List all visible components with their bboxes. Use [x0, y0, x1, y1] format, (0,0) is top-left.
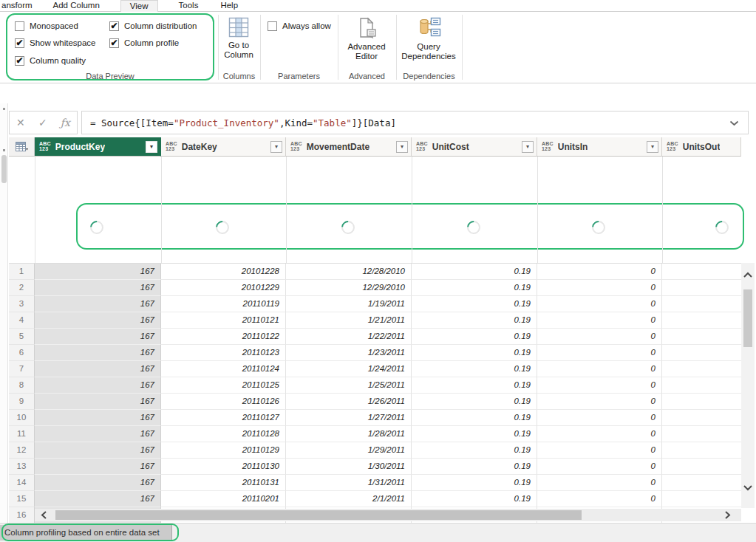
horizontal-scroll-thumb[interactable] [55, 510, 582, 520]
cell-movementdate[interactable]: 1/26/2011 [286, 394, 412, 410]
cell-unitsin[interactable]: 0 [537, 459, 662, 475]
cell-unitsin[interactable]: 0 [537, 296, 662, 312]
tab-tools[interactable]: Tools [177, 0, 200, 12]
cell-unitsin[interactable]: 0 [537, 426, 662, 442]
row-number[interactable]: 13 [9, 459, 35, 475]
cell-unitsin[interactable]: 0 [537, 491, 662, 507]
cell-unitcost[interactable]: 0.19 [412, 442, 537, 459]
cell-productkey[interactable]: 167 [35, 345, 161, 361]
cell-unitsin[interactable]: 0 [537, 377, 662, 394]
cell-movementdate[interactable]: 1/19/2011 [286, 296, 412, 312]
cell-movementdate[interactable]: 1/25/2011 [286, 377, 412, 394]
cell-unitcost[interactable]: 0.19 [412, 491, 537, 507]
column-header-unitsout[interactable]: ABC123UnitsOut [662, 137, 741, 157]
cell-unitsin[interactable]: 0 [537, 410, 662, 426]
cell-datekey[interactable]: 20110124 [161, 361, 286, 377]
cell-unitsout[interactable] [662, 361, 741, 377]
cell-productkey[interactable]: 167 [35, 329, 161, 345]
cell-movementdate[interactable]: 1/31/2011 [286, 475, 412, 491]
cell-unitsin[interactable]: 0 [537, 345, 662, 361]
advanced-editor-button[interactable]: Advanced Editor [342, 17, 391, 61]
scroll-right-icon[interactable] [724, 510, 731, 520]
row-number[interactable]: 10 [9, 410, 35, 426]
cell-datekey[interactable]: 20110121 [161, 312, 286, 329]
commit-icon[interactable]: ✓ [38, 117, 47, 128]
cell-unitcost[interactable]: 0.19 [412, 475, 537, 491]
cell-unitcost[interactable]: 0.19 [412, 426, 537, 442]
tab-help[interactable]: Help [219, 0, 239, 12]
column-header-datekey[interactable]: ABC123DateKey▾ [161, 137, 286, 157]
cell-productkey[interactable]: 167 [35, 361, 161, 377]
cell-productkey[interactable]: 167 [35, 410, 161, 426]
column-filter-dropdown[interactable]: ▾ [522, 141, 534, 153]
cell-movementdate[interactable]: 1/30/2011 [286, 459, 412, 475]
horizontal-scrollbar[interactable] [35, 509, 741, 521]
row-number[interactable]: 14 [9, 475, 35, 491]
cell-movementdate[interactable]: 12/29/2010 [286, 280, 412, 296]
cell-unitsout[interactable] [662, 264, 741, 280]
row-number[interactable]: 6 [9, 345, 35, 361]
cell-datekey[interactable]: 20110123 [161, 345, 286, 361]
tab-add-column[interactable]: Add Column [52, 0, 101, 12]
cell-productkey[interactable]: 167 [35, 491, 161, 507]
row-number[interactable]: 7 [9, 361, 35, 377]
row-number[interactable]: 9 [9, 394, 35, 410]
row-number[interactable]: 11 [9, 426, 35, 442]
cell-productkey[interactable]: 167 [35, 280, 161, 296]
cell-unitsout[interactable] [662, 491, 741, 507]
cell-movementdate[interactable]: 1/21/2011 [286, 312, 412, 329]
cell-productkey[interactable]: 167 [35, 264, 161, 280]
cell-productkey[interactable]: 167 [35, 296, 161, 312]
cell-unitcost[interactable]: 0.19 [412, 410, 537, 426]
column-header-movementdate[interactable]: ABC123MovementDate▾ [286, 137, 412, 157]
row-number[interactable]: 16 [9, 507, 35, 523]
scroll-down-icon[interactable] [743, 484, 753, 491]
query-dependencies-button[interactable]: Query Dependencies [398, 17, 460, 61]
cell-productkey[interactable]: 167 [35, 442, 161, 459]
cell-movementdate[interactable]: 1/22/2011 [286, 329, 412, 345]
table-menu-button[interactable] [9, 137, 35, 157]
cell-unitsout[interactable] [662, 345, 741, 361]
cell-unitcost[interactable]: 0.19 [412, 329, 537, 345]
column-header-unitsin[interactable]: ABC123UnitsIn▾ [537, 137, 662, 157]
cell-unitcost[interactable]: 0.19 [412, 264, 537, 280]
cell-datekey[interactable]: 20110201 [161, 491, 286, 507]
cell-movementdate[interactable]: 1/29/2011 [286, 442, 412, 459]
cell-datekey[interactable]: 20110126 [161, 394, 286, 410]
cell-unitsin[interactable]: 0 [537, 280, 662, 296]
cancel-icon[interactable]: ✕ [16, 117, 25, 128]
column-header-productkey[interactable]: ABC123ProductKey▾ [35, 137, 161, 157]
column-filter-dropdown[interactable]: ▾ [146, 141, 157, 153]
checkbox-box[interactable] [268, 21, 277, 31]
cell-unitsout[interactable] [662, 442, 741, 459]
cell-datekey[interactable]: 20110122 [161, 329, 286, 345]
checkbox-column-profile[interactable]: ✔Column profile [109, 37, 179, 49]
cell-unitcost[interactable]: 0.19 [412, 377, 537, 394]
formula-input[interactable]: = Source{[Item="Product_Inventory",Kind=… [81, 111, 749, 134]
cell-unitsout[interactable] [662, 410, 741, 426]
cell-unitsout[interactable] [662, 394, 741, 410]
row-number[interactable]: 3 [9, 296, 35, 312]
cell-datekey[interactable]: 20110130 [161, 459, 286, 475]
cell-unitsin[interactable]: 0 [537, 442, 662, 459]
pane-scroll-thumb[interactable] [1, 155, 7, 183]
cell-unitsin[interactable]: 0 [537, 264, 662, 280]
cell-datekey[interactable]: 20101229 [161, 280, 286, 296]
cell-productkey[interactable]: 167 [35, 394, 161, 410]
row-number[interactable]: 5 [9, 329, 35, 345]
cell-datekey[interactable]: 20110119 [161, 296, 286, 312]
cell-unitsout[interactable] [662, 377, 741, 394]
column-header-unitcost[interactable]: ABC123UnitCost▾ [412, 137, 537, 157]
cell-unitsin[interactable]: 0 [537, 312, 662, 329]
checkbox-column-quality[interactable]: ✔Column quality [15, 55, 86, 66]
cell-unitsout[interactable] [662, 475, 741, 491]
row-number[interactable]: 2 [9, 280, 35, 296]
cell-unitcost[interactable]: 0.19 [412, 280, 537, 296]
cell-movementdate[interactable]: 12/28/2010 [286, 264, 412, 280]
cell-movementdate[interactable]: 1/24/2011 [286, 361, 412, 377]
row-number[interactable]: 15 [9, 491, 35, 507]
cell-productkey[interactable]: 167 [35, 312, 161, 329]
cell-unitsout[interactable] [662, 280, 741, 296]
checkbox-column-distribution[interactable]: ✔Column distribution [109, 20, 197, 32]
cell-datekey[interactable]: 20110129 [161, 442, 286, 459]
